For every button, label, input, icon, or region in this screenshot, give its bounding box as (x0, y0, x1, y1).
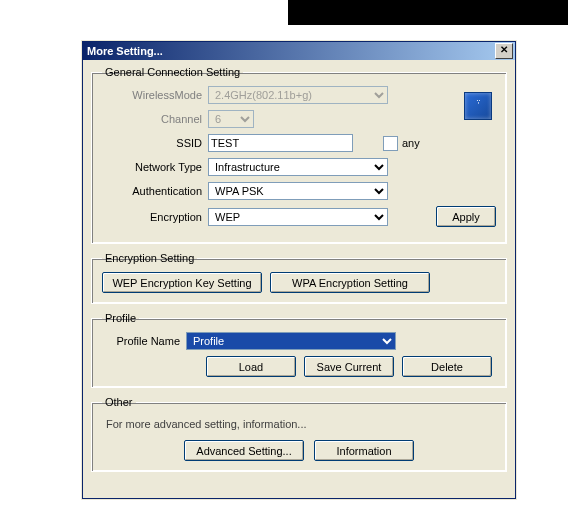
profile-legend: Profile (102, 312, 139, 324)
advanced-setting-button[interactable]: Advanced Setting... (184, 440, 304, 461)
wep-key-setting-button[interactable]: WEP Encryption Key Setting (102, 272, 262, 293)
encryption-label: Encryption (102, 211, 208, 223)
window-client-area: General Connection Setting ·,· WirelessM… (83, 60, 515, 488)
any-checkbox[interactable] (383, 136, 398, 151)
load-button[interactable]: Load (206, 356, 296, 377)
ssid-input[interactable] (208, 134, 353, 152)
general-connection-group: General Connection Setting ·,· WirelessM… (91, 66, 507, 244)
ssid-label: SSID (102, 137, 208, 149)
information-button[interactable]: Information (314, 440, 414, 461)
encryption-select[interactable]: WEP (208, 208, 388, 226)
network-type-label: Network Type (102, 161, 208, 173)
profile-group: Profile Profile Name Profile Load Save C… (91, 312, 507, 388)
wpa-setting-button[interactable]: WPA Encryption Setting (270, 272, 430, 293)
network-type-select[interactable]: Infrastructure (208, 158, 388, 176)
encryption-legend: Encryption Setting (102, 252, 197, 264)
general-legend: General Connection Setting (102, 66, 243, 78)
close-icon[interactable]: ✕ (495, 43, 513, 59)
authentication-select[interactable]: WPA PSK (208, 182, 388, 200)
profile-name-select[interactable]: Profile (186, 332, 396, 350)
wireless-mode-select: 2.4GHz(802.11b+g) (208, 86, 388, 104)
any-label: any (402, 137, 420, 149)
decorative-blackbar (288, 0, 568, 25)
delete-button[interactable]: Delete (402, 356, 492, 377)
other-text: For more advanced setting, information..… (106, 418, 496, 430)
window-title: More Setting... (87, 42, 163, 60)
channel-label: Channel (102, 113, 208, 125)
titlebar: More Setting... ✕ (83, 42, 515, 60)
channel-select: 6 (208, 110, 254, 128)
wireless-mode-label: WirelessMode (102, 89, 208, 101)
authentication-label: Authentication (102, 185, 208, 197)
apply-button[interactable]: Apply (436, 206, 496, 227)
network-logo-icon: ·,· (464, 92, 492, 120)
encryption-setting-group: Encryption Setting WEP Encryption Key Se… (91, 252, 507, 304)
other-legend: Other (102, 396, 136, 408)
profile-name-label: Profile Name (102, 335, 186, 347)
more-setting-window: More Setting... ✕ General Connection Set… (82, 41, 516, 499)
save-current-button[interactable]: Save Current (304, 356, 394, 377)
other-group: Other For more advanced setting, informa… (91, 396, 507, 472)
